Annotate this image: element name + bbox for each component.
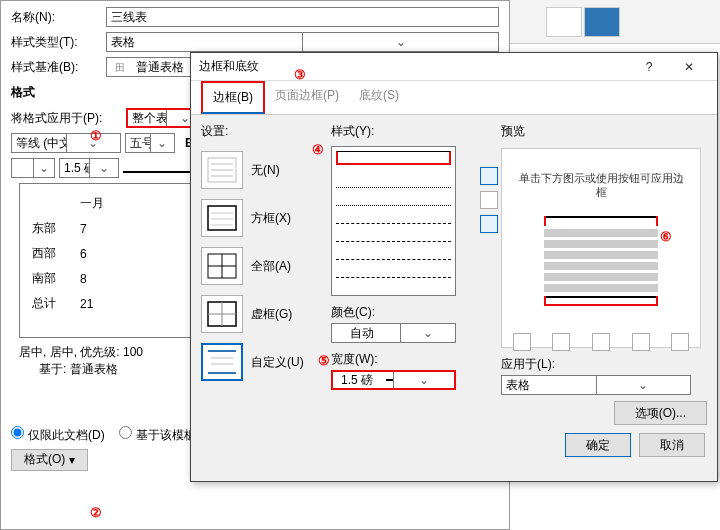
styletype-combo[interactable]: 表格⌄ bbox=[106, 32, 499, 52]
apply-bottom-border-button[interactable] bbox=[480, 215, 498, 233]
borders-shading-dialog: 边框和底纹 ? ✕ 边框(B) 页面边框(P) 底纹(S) 设置: 无(N) 方… bbox=[190, 52, 718, 482]
grid-border-icon bbox=[201, 295, 243, 333]
ribbon-border-swatch[interactable] bbox=[584, 7, 620, 37]
chevron-down-icon: ⌄ bbox=[400, 324, 455, 342]
annotation-4: ④ bbox=[312, 142, 324, 157]
setting-all[interactable]: 全部(A) bbox=[201, 245, 331, 287]
line-style-list[interactable] bbox=[331, 146, 456, 296]
preview-header: 预览 bbox=[501, 123, 707, 140]
applyto-label2: 应用于(L): bbox=[501, 356, 707, 373]
ok-button2[interactable]: 确定 bbox=[565, 433, 631, 457]
chevron-down-icon: ⌄ bbox=[302, 33, 498, 51]
size-combo[interactable]: 五号⌄ bbox=[125, 133, 175, 153]
tab-shading[interactable]: 底纹(S) bbox=[349, 81, 409, 114]
setting-custom[interactable]: 自定义(U) bbox=[201, 341, 331, 383]
preview-table-diagram[interactable] bbox=[544, 216, 658, 306]
apply-left-border-button[interactable] bbox=[552, 333, 570, 351]
tab-border[interactable]: 边框(B) bbox=[201, 81, 265, 114]
border-width-combo[interactable]: 1.5 磅⌄ bbox=[59, 158, 119, 178]
caret-down-icon: ▾ bbox=[69, 453, 75, 467]
annotation-2: ② bbox=[90, 505, 102, 520]
all-border-icon bbox=[201, 247, 243, 285]
chevron-down-icon: ⌄ bbox=[150, 134, 175, 152]
options-button[interactable]: 选项(O)... bbox=[614, 401, 707, 425]
border-preview: 单击下方图示或使用按钮可应用边框 bbox=[501, 148, 701, 348]
chevron-down-icon: ⌄ bbox=[89, 159, 119, 177]
applyto-combo2[interactable]: 表格⌄ bbox=[501, 375, 691, 395]
color-label: 颜色(C): bbox=[331, 304, 501, 321]
setting-box[interactable]: 方框(X) bbox=[201, 197, 331, 239]
apply-right-border-button[interactable] bbox=[632, 333, 650, 351]
annotation-6: ⑥ bbox=[660, 229, 672, 244]
svg-rect-4 bbox=[208, 206, 236, 230]
dialog-title: 边框和底纹 bbox=[199, 58, 259, 75]
preview-hint: 单击下方图示或使用按钮可应用边框 bbox=[516, 171, 686, 200]
ribbon-border-swatch[interactable] bbox=[546, 7, 582, 37]
tab-page-border[interactable]: 页面边框(P) bbox=[265, 81, 349, 114]
chevron-down-icon: ⌄ bbox=[393, 372, 454, 388]
annotation-1: ① bbox=[90, 128, 102, 143]
box-border-icon bbox=[201, 199, 243, 237]
apply-diag2-button[interactable] bbox=[671, 333, 689, 351]
none-border-icon bbox=[201, 151, 243, 189]
color-combo[interactable]: 自动⌄ bbox=[331, 323, 456, 343]
preview-table: 一月 东部7 西部6 南部8 总计21 bbox=[26, 190, 124, 317]
custom-border-icon bbox=[201, 343, 243, 381]
scope-doc-radio[interactable]: 仅限此文档(D) bbox=[11, 426, 105, 444]
format-menu-button[interactable]: 格式(O)▾ bbox=[11, 449, 88, 471]
apply-vmiddle-border-button[interactable] bbox=[592, 333, 610, 351]
settings-header: 设置: bbox=[201, 123, 331, 140]
chevron-down-icon: ⌄ bbox=[33, 159, 55, 177]
annotation-5: ⑤ bbox=[318, 353, 330, 368]
chevron-down-icon: ⌄ bbox=[596, 376, 691, 394]
style-header: 样式(Y): bbox=[331, 123, 501, 140]
font-combo[interactable]: 等线 (中文正文)⌄ bbox=[11, 133, 121, 153]
name-label: 名称(N): bbox=[11, 9, 106, 26]
width-combo[interactable]: 1.5 磅 ⌄ bbox=[331, 370, 456, 390]
setting-grid[interactable]: 虚框(G) bbox=[201, 293, 331, 335]
apply-diag-button[interactable] bbox=[513, 333, 531, 351]
styletype-label: 样式类型(T): bbox=[11, 34, 106, 51]
apply-hmiddle-border-button[interactable] bbox=[480, 191, 498, 209]
cancel-button2[interactable]: 取消 bbox=[639, 433, 705, 457]
stylebase-label: 样式基准(B): bbox=[11, 59, 106, 76]
width-label: 宽度(W): bbox=[331, 351, 501, 368]
annotation-3: ③ bbox=[294, 67, 306, 82]
border-style-combo[interactable]: ⌄ bbox=[11, 158, 55, 178]
apply-top-border-button[interactable] bbox=[480, 167, 498, 185]
help-button[interactable]: ? bbox=[629, 53, 669, 81]
close-button[interactable]: ✕ bbox=[669, 53, 709, 81]
applyto-label: 将格式应用于(P): bbox=[11, 110, 126, 127]
name-input[interactable] bbox=[106, 7, 499, 27]
